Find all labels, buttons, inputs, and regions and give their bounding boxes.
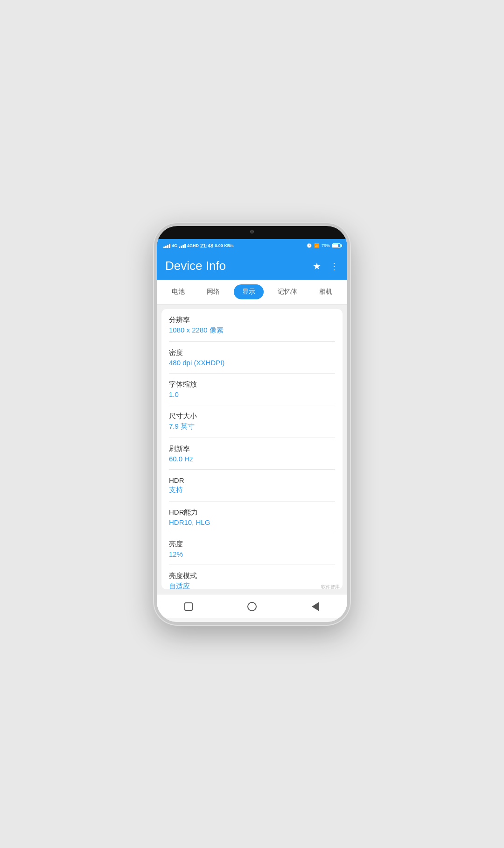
app-header: Device Info ★ ⋮ — [157, 252, 347, 280]
signal-icon-2 — [179, 243, 186, 248]
status-bar: 4G 4GHD 21:48 0.00 KB/s 🕐 📶 79% — [157, 239, 347, 252]
menu-button[interactable]: ⋮ — [329, 261, 339, 272]
tab-memory[interactable]: 记忆体 — [269, 284, 306, 299]
info-item-value: HDR10, HLG — [169, 518, 335, 526]
battery-icon — [332, 243, 341, 248]
volume-up-button[interactable] — [154, 324, 155, 350]
info-item-value: 12% — [169, 550, 335, 558]
info-item-value: 1.0 — [169, 390, 335, 398]
carrier1-label: 4G — [172, 243, 177, 248]
info-item-value: 7.9 英寸 — [169, 422, 335, 431]
signal-icon — [163, 243, 170, 248]
info-item: 字体缩放1.0 — [169, 374, 335, 405]
wifi-icon: 📶 — [314, 243, 319, 248]
battery-percent: 79% — [322, 243, 330, 248]
back-icon — [312, 602, 319, 611]
info-item: 尺寸大小7.9 英寸 — [169, 405, 335, 438]
phone-top — [157, 226, 347, 239]
header-icons: ★ ⋮ — [313, 261, 339, 272]
star-button[interactable]: ★ — [313, 261, 321, 272]
tab-display[interactable]: 显示 — [234, 284, 264, 299]
info-item-value: 自适应 — [169, 582, 335, 589]
app-title: Device Info — [165, 259, 226, 273]
front-camera — [250, 230, 254, 233]
info-item: HDR支持 — [169, 470, 335, 502]
watermark: 软件智库 — [321, 584, 340, 590]
bottom-nav — [157, 594, 347, 618]
volume-down-button[interactable] — [154, 357, 155, 382]
power-button[interactable] — [349, 310, 350, 336]
mute-button[interactable] — [154, 301, 155, 317]
info-item-value: 480 dpi (XXHDPI) — [169, 359, 335, 367]
tab-camera[interactable]: 相机 — [311, 284, 341, 299]
info-item-value: 1080 x 2280 像素 — [169, 326, 335, 335]
network-speed: 0.00 KB/s — [215, 243, 234, 248]
phone-bottom — [157, 618, 347, 622]
info-item-label: HDR能力 — [169, 508, 335, 517]
battery-fill — [333, 244, 338, 247]
info-item-label: 分辨率 — [169, 316, 335, 325]
info-item-label: 尺寸大小 — [169, 412, 335, 421]
tab-bar: 电池 网络 显示 记忆体 相机 — [157, 280, 347, 304]
info-item-label: 亮度模式 — [169, 572, 335, 580]
info-item: HDR能力HDR10, HLG — [169, 502, 335, 533]
info-item-label: 字体缩放 — [169, 380, 335, 389]
info-item-value: 支持 — [169, 486, 335, 495]
info-item-label: 刷新率 — [169, 445, 335, 453]
info-item: 亮度模式自适应 — [169, 565, 335, 589]
time-display: 21:48 — [200, 243, 213, 248]
info-item: 亮度12% — [169, 533, 335, 565]
home-button[interactable] — [244, 598, 260, 615]
info-item: 密度480 dpi (XXHDPI) — [169, 342, 335, 374]
info-list: 分辨率1080 x 2280 像素密度480 dpi (XXHDPI)字体缩放1… — [161, 309, 343, 589]
info-item-label: HDR — [169, 476, 335, 484]
info-item-label: 亮度 — [169, 540, 335, 549]
status-left: 4G 4GHD 21:48 0.00 KB/s — [163, 243, 234, 248]
tab-network[interactable]: 网络 — [198, 284, 228, 299]
info-item: 分辨率1080 x 2280 像素 — [169, 309, 335, 342]
status-right: 🕐 📶 79% — [307, 243, 341, 248]
carrier2-label: 4GHD — [187, 243, 199, 248]
recent-apps-icon — [184, 602, 193, 611]
info-item-value: 60.0 Hz — [169, 455, 335, 463]
info-item-label: 密度 — [169, 348, 335, 357]
back-button[interactable] — [307, 598, 324, 615]
app-content: Device Info ★ ⋮ 电池 网络 显示 记忆体 相机 — [157, 252, 347, 618]
alarm-icon: 🕐 — [307, 243, 312, 248]
home-icon — [247, 602, 257, 611]
info-item: 刷新率60.0 Hz — [169, 438, 335, 470]
recent-apps-button[interactable] — [180, 598, 197, 615]
tab-battery[interactable]: 电池 — [163, 284, 193, 299]
phone-frame: 4G 4GHD 21:48 0.00 KB/s 🕐 📶 79% Device I… — [154, 223, 350, 625]
